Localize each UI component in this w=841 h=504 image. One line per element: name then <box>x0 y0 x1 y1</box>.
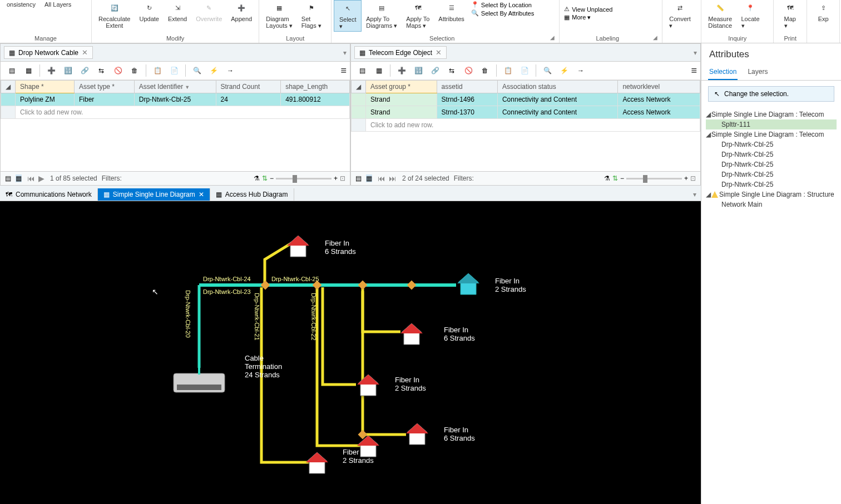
next-icon[interactable]: ▶ <box>37 174 46 183</box>
apply-to-diagrams-button[interactable]: ▤Apply To Diagrams ▾ <box>362 0 402 31</box>
extend-button[interactable]: ⇲Extend <box>164 0 191 23</box>
sort-icon[interactable]: ⇅ <box>612 174 618 182</box>
table-row[interactable]: Polyline ZM Fiber Drp-Ntwrk-Cbl-25 24 49… <box>1 93 350 106</box>
tab-layers[interactable]: Layers <box>746 64 769 80</box>
goto-icon[interactable]: → <box>222 64 238 77</box>
tab-communications-network[interactable]: 🗺Communications Network <box>0 188 98 201</box>
tree-node[interactable]: ◢Simple Single Line Diagram : Telecom <box>706 129 837 139</box>
tree-leaf[interactable]: Splttr-111 <box>706 119 837 129</box>
copy-icon[interactable]: 📋 <box>150 64 165 77</box>
next-icon[interactable]: ⏭ <box>388 174 398 183</box>
tree-leaf[interactable]: Drp-Ntwrk-Cbl-25 <box>706 149 837 159</box>
goto-icon[interactable]: → <box>573 64 588 77</box>
house-node[interactable] <box>305 451 329 477</box>
zoom-reset-icon[interactable]: ⊡ <box>690 174 696 182</box>
paste-icon[interactable]: 📄 <box>166 64 182 77</box>
new-row[interactable]: Click to add new row. <box>352 119 700 132</box>
menu-icon[interactable]: ≡ <box>691 65 697 77</box>
consistency-button[interactable]: onsistency <box>2 0 40 9</box>
delete-icon[interactable]: 🗑 <box>127 64 142 77</box>
zoom-out-icon[interactable]: − <box>270 174 274 182</box>
col-shape-length[interactable]: shape_Length <box>281 81 350 93</box>
diagram-layouts-button[interactable]: ▦Diagram Layouts ▾ <box>261 0 297 31</box>
tree-leaf[interactable]: Drp-Ntwrk-Cbl-25 <box>706 169 837 179</box>
view-unplaced-button[interactable]: ⚠View Unplaced <box>564 6 612 13</box>
tab-selection[interactable]: Selection <box>708 64 738 80</box>
labeling-dialog-icon[interactable]: ◢ <box>653 34 660 43</box>
first-icon[interactable]: ⏮ <box>377 174 387 183</box>
add-icon[interactable]: ➕ <box>394 64 409 77</box>
new-row[interactable]: Click to add new row. <box>1 106 350 119</box>
zoom-in-icon[interactable]: + <box>334 174 338 182</box>
col-association-status[interactable]: Association status <box>497 81 617 93</box>
switch-icon[interactable]: ⇆ <box>444 64 459 77</box>
selection-dialog-icon[interactable]: ◢ <box>550 34 557 43</box>
tree-node[interactable]: ◢Simple Single Line Diagram : Telecom <box>706 109 837 119</box>
house-node[interactable] <box>356 435 380 461</box>
all-rows-icon[interactable]: ▤ <box>355 174 362 182</box>
export-button[interactable]: ⇪Exp <box>809 0 837 23</box>
flash-icon[interactable]: ⚡ <box>206 64 221 77</box>
switch-icon[interactable]: ⇆ <box>93 64 109 77</box>
selection-view-icon[interactable]: ▦ <box>371 64 387 77</box>
calculate-icon[interactable]: 🔢 <box>410 64 426 77</box>
tabs-dropdown-icon[interactable]: ▾ <box>689 188 701 201</box>
chevron-down-icon[interactable]: ▼ <box>185 84 190 90</box>
copy-icon[interactable]: 📋 <box>500 64 516 77</box>
table-row[interactable]: Strand Strnd-1496Connectivity and Conten… <box>352 93 700 106</box>
col-shape[interactable]: Shape * <box>16 81 75 93</box>
table-tab-drop-network-cable[interactable]: ▦ Drop Network Cable ✕ <box>4 46 93 59</box>
all-rows-icon[interactable]: ▤ <box>5 174 11 182</box>
col-strand-count[interactable]: Strand Count <box>216 81 281 93</box>
house-node-selected[interactable] <box>456 272 481 298</box>
close-icon[interactable]: ✕ <box>436 48 442 57</box>
change-selection-button[interactable]: ↖ Change the selection. <box>708 86 834 102</box>
select-related-icon[interactable]: 🔗 <box>427 64 443 77</box>
selection-rows-icon[interactable]: ▦ <box>16 174 22 182</box>
measure-distance-button[interactable]: 📏Measure Distance <box>704 0 736 30</box>
filter-icon[interactable]: ⚗ <box>254 174 260 182</box>
selection-view-icon[interactable]: ▦ <box>21 64 36 77</box>
set-flags-button[interactable]: ⚑Set Flags ▾ <box>297 0 326 31</box>
zoom-to-icon[interactable]: 🔍 <box>540 64 555 77</box>
zoom-to-icon[interactable]: 🔍 <box>189 64 205 77</box>
zoom-slider[interactable] <box>276 178 332 179</box>
append-button[interactable]: ➕Append <box>226 0 256 23</box>
zoom-slider[interactable] <box>626 178 682 179</box>
close-icon[interactable]: ✕ <box>82 48 88 57</box>
field-view-icon[interactable]: ▤ <box>4 64 19 77</box>
close-icon[interactable]: ✕ <box>199 191 204 198</box>
all-layers-button[interactable]: All Layers <box>40 0 76 9</box>
paste-icon[interactable]: 📄 <box>517 64 532 77</box>
col-asset-type[interactable]: Asset type * <box>74 81 134 93</box>
flash-icon[interactable]: ⚡ <box>556 64 572 77</box>
diagram-canvas[interactable]: Drp-Ntwrk-Cbl-24 Drp-Ntwrk-Cbl-25 Drp-Nt… <box>0 201 701 504</box>
col-assetid[interactable]: assetid <box>437 81 497 93</box>
tab-access-hub-diagram[interactable]: ▦Access Hub Diagram <box>210 188 294 201</box>
sort-icon[interactable]: ⇅ <box>262 174 268 182</box>
zoom-in-icon[interactable]: + <box>684 174 688 182</box>
filter-icon[interactable]: ⚗ <box>604 174 610 182</box>
attributes-button[interactable]: ☰Attributes <box>434 0 468 23</box>
col-network-level[interactable]: networklevel <box>618 81 700 93</box>
calculate-icon[interactable]: 🔢 <box>60 64 76 77</box>
house-node[interactable] <box>399 322 424 348</box>
pane-dropdown-icon[interactable]: ▾ <box>343 49 347 57</box>
tree-leaf[interactable]: Network Main <box>706 199 837 209</box>
map-button[interactable]: 🗺Map ▾ <box>776 0 804 31</box>
row-marker-header[interactable]: ◢ <box>352 81 366 93</box>
clear-icon[interactable]: 🚫 <box>110 64 126 77</box>
update-button[interactable]: ↻Update <box>135 0 163 23</box>
select-related-icon[interactable]: 🔗 <box>77 64 92 77</box>
select-by-location-button[interactable]: 📍Select By Location <box>471 1 534 8</box>
tab-simple-single-line-diagram[interactable]: ▦Simple Single Line Diagram✕ <box>98 188 210 201</box>
tree-leaf[interactable]: Drp-Ntwrk-Cbl-25 <box>706 159 837 169</box>
table-tab-telecom-edge[interactable]: ▦ Telecom Edge Object ✕ <box>354 46 447 59</box>
house-node[interactable] <box>356 373 380 400</box>
zoom-reset-icon[interactable]: ⊡ <box>340 174 345 182</box>
select-by-attributes-button[interactable]: 🔍Select By Attributes <box>471 9 534 17</box>
locate-button[interactable]: 📍Locate ▾ <box>736 0 764 31</box>
tree-leaf[interactable]: Drp-Ntwrk-Cbl-25 <box>706 139 837 149</box>
house-node[interactable] <box>405 422 429 448</box>
select-button[interactable]: ↖Select ▾ <box>334 0 362 32</box>
